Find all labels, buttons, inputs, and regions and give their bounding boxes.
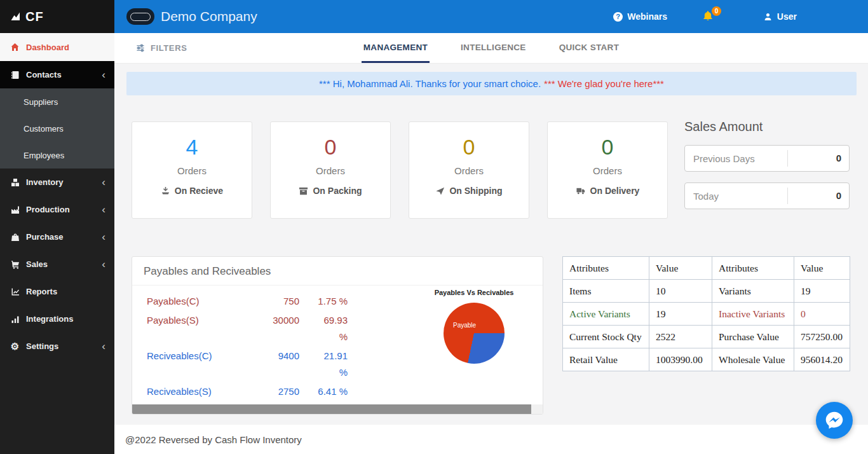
attr-label: Retail Value — [563, 348, 649, 371]
sidebar-item-label: Purchase — [26, 232, 64, 242]
main-content: *** Hi, Mohammad Ali. Thanks for your sm… — [114, 64, 868, 454]
secondary-navbar: FILTERS MANAGEMENT INTELLIGENCE QUICK ST… — [114, 33, 868, 64]
row-percent: 1.75 % — [313, 293, 348, 310]
attr-value: 19 — [794, 280, 850, 303]
col-header: Value — [794, 257, 850, 280]
attr-value: 0 — [794, 303, 850, 326]
attr-value: 1003990.00 — [649, 348, 712, 371]
row-label: Payables(S) — [147, 312, 242, 345]
attr-label: Wholesale Value — [712, 348, 794, 371]
brand-badge — [126, 8, 154, 25]
reports-icon — [10, 287, 20, 296]
production-icon — [10, 205, 20, 214]
home-icon — [10, 43, 20, 52]
sidebar-item-sales[interactable]: Sales — [0, 251, 114, 278]
row-value: 750 — [242, 293, 299, 310]
row-percent: 21.91 % — [313, 348, 348, 381]
receive-icon — [161, 186, 170, 196]
payables-receivables-card: Payables and Reciveables Payables(C) 750… — [132, 256, 543, 415]
sales-previous-days: Previous Days 0 — [684, 145, 850, 172]
signal-bars-icon — [10, 315, 20, 324]
sidebar-item-purchase[interactable]: Purchase — [0, 223, 114, 251]
attr-value: 757250.00 — [794, 326, 850, 348]
row-value: 2750 — [242, 383, 299, 400]
webinars-button[interactable]: Webinars — [613, 0, 667, 33]
sidebar-item-integrations[interactable]: Integrations — [0, 305, 114, 333]
notifications-button[interactable]: 0 — [702, 0, 714, 33]
tab-intelligence[interactable]: INTELLIGENCE — [459, 33, 528, 63]
user-menu[interactable]: User — [763, 0, 797, 33]
status-label: On Delivery — [590, 186, 640, 196]
order-unit: Orders — [548, 165, 667, 176]
messenger-chat-button[interactable] — [816, 402, 853, 439]
order-count: 0 — [271, 135, 390, 160]
tab-management[interactable]: MANAGEMENT — [362, 33, 430, 63]
attr-label: Active Variants — [563, 303, 649, 326]
purchase-icon — [10, 233, 20, 242]
copyright-text: @2022 Reversed by Cash Flow Inventory — [125, 434, 302, 445]
sales-today: Today 0 — [684, 182, 850, 209]
table-row: Active Variants 19 Inactive Variants 0 — [563, 303, 850, 326]
top-header: Demo Company Webinars 0 User — [114, 0, 868, 33]
sidebar-item-production[interactable]: Production — [0, 196, 114, 223]
sidebar-item-label: Reports — [26, 287, 57, 296]
sidebar-item-suppliers[interactable]: Suppliers — [0, 88, 114, 115]
order-count: 0 — [548, 135, 667, 160]
order-count: 0 — [409, 135, 529, 160]
card-on-shipping: 0 Orders On Shipping — [409, 121, 529, 219]
sidebar-item-customers[interactable]: Customers — [0, 115, 114, 142]
receivables-row: Reciveables(S) 2750 6.41 % — [147, 383, 543, 400]
cart-icon — [10, 260, 20, 269]
scrollbar-thumb[interactable] — [132, 404, 531, 414]
contacts-icon — [10, 71, 20, 79]
pie-chart: Payable — [444, 303, 505, 364]
gear-icon: ⚙ — [10, 341, 20, 351]
help-circle-icon — [613, 12, 623, 22]
col-header: Attributes — [563, 257, 649, 280]
tab-quick-start[interactable]: QUICK START — [557, 33, 621, 63]
row-percent: 69.93 % — [313, 312, 348, 345]
sidebar-item-label: Settings — [26, 341, 58, 351]
sidebar-item-contacts[interactable]: Contacts — [0, 61, 114, 88]
status-label: On Recieve — [175, 186, 223, 196]
user-icon — [763, 12, 773, 22]
sidebar-item-label: Contacts — [26, 70, 62, 79]
table-row: Items 10 Variants 19 — [563, 280, 850, 303]
attr-label: Items — [563, 280, 649, 303]
status-label: On Shipping — [449, 186, 502, 196]
sidebar-item-reports[interactable]: Reports — [0, 278, 114, 305]
sidebar-item-label: Inventory — [26, 177, 64, 187]
sales-row-value: 0 — [787, 188, 849, 204]
app-logo[interactable]: CF — [0, 0, 114, 33]
sidebar-item-inventory[interactable]: Inventory — [0, 169, 114, 196]
table-header-row: Attributes Value Attributes Value — [563, 257, 850, 280]
card-on-receive: 4 Orders On Recieve — [132, 121, 252, 219]
attr-label: Purchase Value — [712, 326, 794, 348]
sidebar-item-label: Dashboard — [26, 43, 69, 52]
sidebar-item-employees[interactable]: Employees — [0, 142, 114, 169]
attr-value: 10 — [649, 280, 712, 303]
logo-text: CF — [25, 10, 44, 24]
sidebar-item-label: Production — [26, 205, 70, 214]
pie-slice-label: Payable — [453, 322, 476, 329]
brand-chart-icon — [10, 11, 21, 22]
sidebar-item-dashboard[interactable]: Dashboard — [0, 33, 114, 61]
row-value: 9400 — [242, 348, 299, 381]
row-label: Payables(C) — [147, 293, 242, 310]
attr-value: 2522 — [649, 326, 712, 348]
attr-value: 956014.20 — [794, 348, 850, 371]
contacts-submenu: Suppliers Customers Employees — [0, 88, 114, 169]
order-unit: Orders — [409, 165, 529, 176]
sales-row-value: 0 — [787, 150, 849, 167]
packing-icon — [299, 186, 308, 196]
payables-card-title: Payables and Reciveables — [132, 257, 543, 285]
sidebar-item-settings[interactable]: ⚙ Settings — [0, 333, 114, 360]
sales-amount-panel: Sales Amount Previous Days 0 Today 0 — [684, 120, 850, 209]
card-on-packing: 0 Orders On Packing — [270, 121, 391, 219]
order-count: 4 — [132, 135, 252, 160]
order-unit: Orders — [271, 165, 390, 176]
order-status-cards: 4 Orders On Recieve 0 Orders On Packing … — [132, 121, 668, 219]
brand-badge-oval — [130, 13, 151, 21]
order-unit: Orders — [132, 165, 252, 176]
table-row: Current Stock Qty 2522 Purchase Value 75… — [563, 326, 850, 348]
